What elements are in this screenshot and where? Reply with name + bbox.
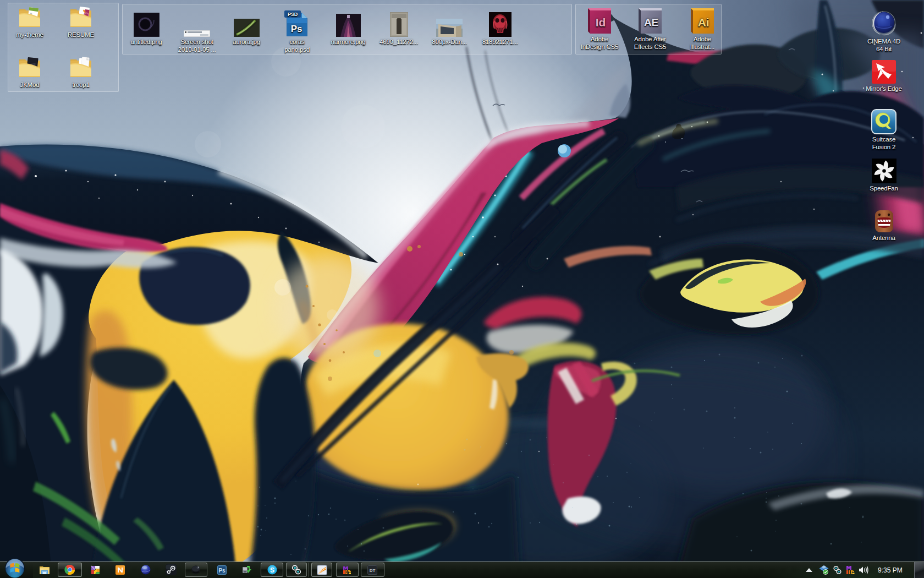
svg-text:DT: DT <box>370 568 376 573</box>
svg-text:Ps: Ps <box>291 24 302 34</box>
svg-text:Id: Id <box>595 16 605 29</box>
svg-text:S: S <box>270 566 274 574</box>
svg-text:Ps: Ps <box>218 568 226 574</box>
svg-text:AE: AE <box>644 17 658 28</box>
svg-text:PSD: PSD <box>288 12 298 17</box>
svg-text:Ai: Ai <box>697 16 709 29</box>
